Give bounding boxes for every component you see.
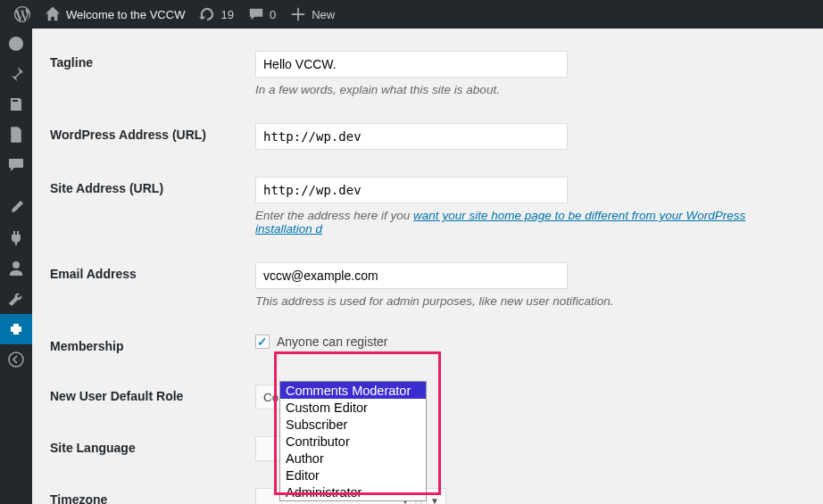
email-input[interactable] xyxy=(255,262,568,289)
defaultrole-option[interactable]: Subscriber xyxy=(280,416,426,433)
menu-dashboard[interactable] xyxy=(0,29,32,59)
chevron-down-icon: ▼ xyxy=(430,496,439,505)
new-label: New xyxy=(312,8,335,21)
pin-icon xyxy=(7,65,25,83)
defaultrole-option[interactable]: Administrator xyxy=(280,483,426,500)
defaultrole-label: New User Default Role xyxy=(50,389,183,403)
menu-settings[interactable] xyxy=(0,314,32,344)
menu-media[interactable] xyxy=(0,89,32,120)
tagline-desc: In a few words, explain what this site i… xyxy=(255,83,796,96)
tagline-label: Tagline xyxy=(50,55,93,70)
wpaddress-input[interactable] xyxy=(255,123,568,150)
svg-point-0 xyxy=(9,352,23,367)
home-icon xyxy=(45,6,61,22)
pages-icon xyxy=(7,126,25,144)
site-name-text: Welcome to the VCCW xyxy=(66,8,185,21)
comments-count: 0 xyxy=(270,8,276,21)
defaultrole-option[interactable]: Contributor xyxy=(280,433,426,450)
menu-tools[interactable] xyxy=(0,284,32,314)
tagline-input[interactable] xyxy=(255,51,568,78)
site-name-link[interactable]: Welcome to the VCCW xyxy=(37,0,192,29)
adminbar: Welcome to the VCCW 19 0 New xyxy=(0,0,823,29)
menu-plugins[interactable] xyxy=(0,223,32,253)
collapse-icon xyxy=(7,351,25,368)
comments-link[interactable]: 0 xyxy=(241,0,283,29)
menu-posts[interactable] xyxy=(0,59,32,89)
comments-icon xyxy=(248,6,264,22)
email-label: Email Address xyxy=(50,267,137,281)
wpaddress-label: WordPress Address (URL) xyxy=(50,128,206,142)
menu-comments[interactable] xyxy=(0,150,32,180)
sitelanguage-label: Site Language xyxy=(50,441,136,455)
updates-icon xyxy=(199,6,215,22)
dashboard-icon xyxy=(7,35,25,53)
timezone-label: Timezone xyxy=(50,492,107,504)
users-icon xyxy=(7,260,25,277)
siteaddress-input[interactable] xyxy=(255,177,568,203)
siteaddress-label: Site Address (URL) xyxy=(50,181,163,195)
media-icon xyxy=(7,95,25,113)
siteaddress-desc: Enter the address here if you want your … xyxy=(255,209,796,235)
updates-count: 19 xyxy=(220,8,233,21)
menu-collapse[interactable] xyxy=(0,344,32,375)
tools-icon xyxy=(7,290,25,308)
defaultrole-option[interactable]: Custom Editor xyxy=(280,399,426,416)
email-desc: This address is used for admin purposes,… xyxy=(255,294,796,308)
defaultrole-option[interactable]: Comments Moderator xyxy=(280,382,426,399)
defaultrole-dropdown[interactable]: Comments ModeratorCustom EditorSubscribe… xyxy=(279,381,427,501)
settings-icon xyxy=(7,320,25,338)
appearance-icon xyxy=(7,199,25,217)
plus-icon xyxy=(290,6,306,22)
defaultrole-option[interactable]: Editor xyxy=(280,467,426,483)
membership-checkbox-label[interactable]: ✓ Anyone can register xyxy=(255,335,796,349)
wordpress-icon xyxy=(14,6,30,22)
membership-checkbox-text: Anyone can register xyxy=(277,335,388,349)
new-content-link[interactable]: New xyxy=(283,0,342,29)
membership-label: Membership xyxy=(50,339,123,353)
wp-logo[interactable] xyxy=(7,0,37,29)
plugins-icon xyxy=(7,229,25,247)
content-area: Tagline In a few words, explain what thi… xyxy=(32,29,823,504)
comment-icon xyxy=(7,156,25,174)
menu-users[interactable] xyxy=(0,253,32,284)
menu-pages[interactable] xyxy=(0,120,32,150)
menu-appearance[interactable] xyxy=(0,193,32,223)
updates-link[interactable]: 19 xyxy=(192,0,240,29)
settings-form-table: Tagline In a few words, explain what thi… xyxy=(50,37,805,504)
membership-checkbox[interactable]: ✓ xyxy=(255,335,270,349)
admin-sidebar xyxy=(0,29,32,504)
defaultrole-option[interactable]: Author xyxy=(280,450,426,467)
